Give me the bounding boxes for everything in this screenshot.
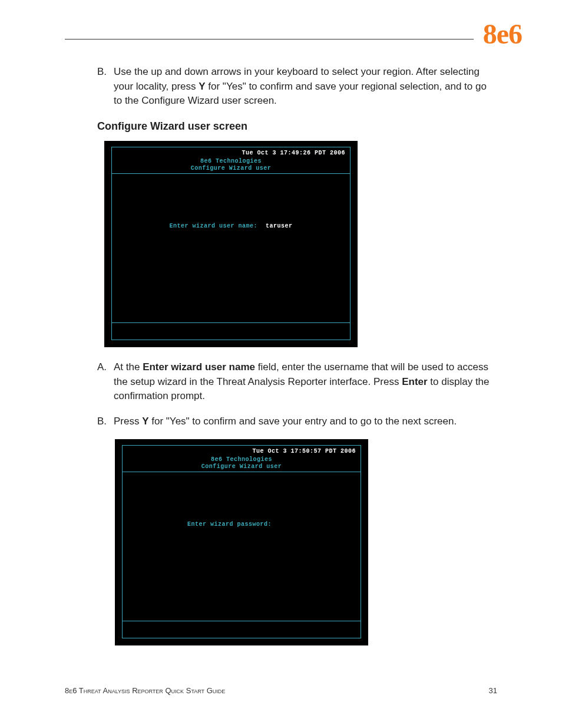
text-fragment: At the	[114, 361, 143, 373]
terminal-rule	[123, 472, 361, 472]
brand-logo: 8e6	[483, 18, 522, 50]
terminal-title: Configure Wizard user	[123, 463, 361, 470]
page-content: B. Use the up and down arrows in your ke…	[65, 65, 497, 645]
list-body: At the Enter wizard user name field, ent…	[114, 360, 497, 404]
terminal-inner: Tue Oct 3 17:49:26 PDT 2006 8e6 Technolo…	[111, 147, 351, 340]
terminal-timestamp: Tue Oct 3 17:49:26 PDT 2006	[242, 150, 345, 156]
terminal-company: 8e6 Technologies	[123, 456, 361, 463]
field-reference: Enter wizard user name	[143, 361, 255, 373]
page-footer: 8e6 Threat Analysis Reporter Quick Start…	[65, 686, 497, 695]
list-marker: A.	[97, 360, 114, 404]
terminal-title: Configure Wizard user	[112, 165, 350, 172]
list-item-b: B. Press Y for "Yes" to confirm and save…	[97, 414, 497, 429]
terminal-rule	[112, 322, 350, 323]
terminal-rule	[112, 173, 350, 174]
list-body: Use the up and down arrows in your keybo…	[114, 65, 497, 108]
text-fragment: Press	[114, 416, 142, 427]
list-item-a: A. At the Enter wizard user name field, …	[97, 360, 497, 404]
list-marker: B.	[97, 65, 114, 108]
list-body: Press Y for "Yes" to confirm and save yo…	[114, 414, 497, 429]
key-reference: Y	[142, 416, 148, 427]
list-item-intro-b: B. Use the up and down arrows in your ke…	[97, 65, 497, 108]
terminal-screenshot-username: Tue Oct 3 17:49:26 PDT 2006 8e6 Technolo…	[104, 141, 358, 347]
prompt-value: taruser	[266, 223, 293, 229]
key-reference: Enter	[402, 376, 427, 387]
terminal-timestamp: Tue Oct 3 17:50:57 PDT 2006	[252, 448, 356, 454]
text-fragment: for "Yes" to confirm and save your entry…	[149, 416, 457, 427]
footer-title: 8e6 Threat Analysis Reporter Quick Start…	[65, 686, 225, 695]
terminal-prompt: Enter wizard user name:taruser	[112, 223, 350, 229]
section-heading: Configure Wizard user screen	[97, 120, 497, 133]
list-marker: B.	[97, 414, 114, 429]
prompt-label: Enter wizard password:	[187, 521, 272, 528]
prompt-label: Enter wizard user name:	[169, 223, 257, 229]
terminal-rule	[123, 621, 361, 621]
page-number: 31	[489, 686, 497, 695]
header-rule	[65, 39, 474, 39]
key-reference: Y	[199, 81, 205, 92]
terminal-screenshot-password: Tue Oct 3 17:50:57 PDT 2006 8e6 Technolo…	[115, 439, 368, 645]
terminal-inner: Tue Oct 3 17:50:57 PDT 2006 8e6 Technolo…	[122, 445, 361, 638]
terminal-prompt: Enter wizard password:	[187, 521, 272, 528]
terminal-company: 8e6 Technologies	[112, 158, 350, 164]
